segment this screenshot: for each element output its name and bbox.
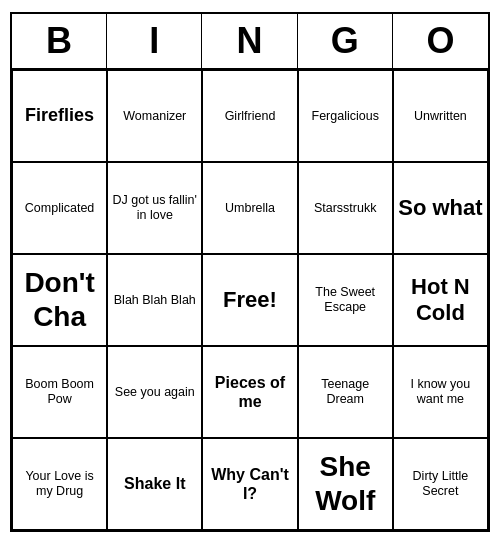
bingo-cell-12[interactable]: Free! xyxy=(202,254,297,346)
header-n: N xyxy=(202,14,297,68)
bingo-cell-10[interactable]: Don't Cha xyxy=(12,254,107,346)
bingo-cell-5[interactable]: Complicated xyxy=(12,162,107,254)
bingo-cell-2[interactable]: Girlfriend xyxy=(202,70,297,162)
header-g: G xyxy=(298,14,393,68)
header-o: O xyxy=(393,14,488,68)
bingo-cell-0[interactable]: Fireflies xyxy=(12,70,107,162)
bingo-cell-19[interactable]: I know you want me xyxy=(393,346,488,438)
header-i: I xyxy=(107,14,202,68)
bingo-cell-17[interactable]: Pieces of me xyxy=(202,346,297,438)
bingo-card: B I N G O FirefliesWomanizerGirlfriendFe… xyxy=(10,12,490,532)
bingo-cell-23[interactable]: She Wolf xyxy=(298,438,393,530)
bingo-cell-18[interactable]: Teenage Dream xyxy=(298,346,393,438)
bingo-cell-3[interactable]: Fergalicious xyxy=(298,70,393,162)
bingo-cell-11[interactable]: Blah Blah Blah xyxy=(107,254,202,346)
bingo-cell-7[interactable]: Umbrella xyxy=(202,162,297,254)
bingo-cell-20[interactable]: Your Love is my Drug xyxy=(12,438,107,530)
bingo-cell-1[interactable]: Womanizer xyxy=(107,70,202,162)
bingo-grid: FirefliesWomanizerGirlfriendFergalicious… xyxy=(12,70,488,530)
bingo-cell-15[interactable]: Boom Boom Pow xyxy=(12,346,107,438)
bingo-cell-24[interactable]: Dirty Little Secret xyxy=(393,438,488,530)
bingo-header: B I N G O xyxy=(12,14,488,70)
bingo-cell-6[interactable]: DJ got us fallin' in love xyxy=(107,162,202,254)
bingo-cell-22[interactable]: Why Can't I? xyxy=(202,438,297,530)
bingo-cell-21[interactable]: Shake It xyxy=(107,438,202,530)
header-b: B xyxy=(12,14,107,68)
bingo-cell-4[interactable]: Unwritten xyxy=(393,70,488,162)
bingo-cell-14[interactable]: Hot N Cold xyxy=(393,254,488,346)
bingo-cell-9[interactable]: So what xyxy=(393,162,488,254)
bingo-cell-13[interactable]: The Sweet Escape xyxy=(298,254,393,346)
bingo-cell-8[interactable]: Starsstrukk xyxy=(298,162,393,254)
bingo-cell-16[interactable]: See you again xyxy=(107,346,202,438)
